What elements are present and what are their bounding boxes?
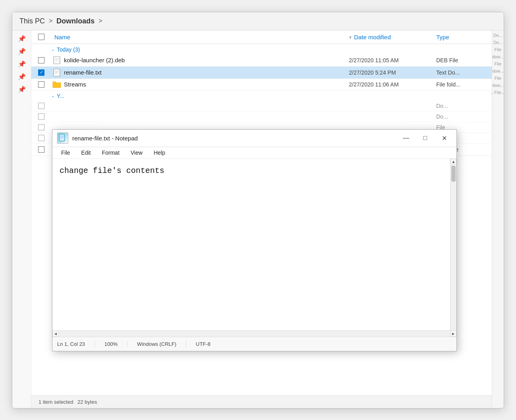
right-col-label-9: ↓ File...: [490, 89, 504, 96]
header-type[interactable]: Type: [436, 34, 492, 40]
notepad-window: rename-file.txt - Notepad — □ ✕ File Edi…: [52, 129, 457, 351]
file-type-2: Text Do...: [436, 69, 492, 76]
pin-icon-4[interactable]: 📌: [17, 73, 26, 81]
table-row[interactable]: ✓ rename-file.txt 2/27/2020 5:24 PM: [31, 67, 492, 79]
menu-help[interactable]: Help: [148, 148, 171, 157]
row-2-checkbox[interactable]: ✓: [38, 69, 44, 76]
right-col-label-8: dow...: [491, 82, 504, 88]
svg-rect-4: [54, 69, 60, 76]
right-col-label-7: File: [494, 75, 503, 81]
right-column: Do... Do... File dow... File dow... File…: [492, 31, 504, 408]
row-1-checkbox[interactable]: [38, 57, 44, 63]
row-checkbox-col: [31, 57, 51, 63]
main-window: This PC > Downloads > 📌 📌 📌 📌 📌: [12, 12, 504, 408]
row-last1-checkbox[interactable]: [38, 146, 44, 153]
file-type-3: File fold...: [436, 81, 492, 88]
row-5-checkbox[interactable]: [38, 113, 44, 120]
group-label-y: Y...: [57, 93, 64, 99]
file-type-4: Do...: [436, 103, 492, 109]
row-7-checkbox[interactable]: [38, 135, 44, 141]
sidebar: 📌 📌 📌 📌 📌: [12, 31, 31, 408]
right-col-label-4: dow...: [491, 54, 504, 60]
group-today[interactable]: ⌄ Today (3): [31, 44, 492, 54]
sort-arrow-date: ∨: [349, 35, 352, 39]
pin-icon-1[interactable]: 📌: [17, 35, 26, 43]
table-row[interactable]: kolide-launcher (2).deb 2/27/2020 11:05 …: [31, 54, 492, 67]
breadcrumb-downloads[interactable]: Downloads: [56, 17, 94, 25]
file-name-1[interactable]: kolide-launcher (2).deb: [62, 57, 349, 63]
menu-view[interactable]: View: [125, 148, 148, 157]
row-checkbox-col-3: [31, 81, 51, 88]
file-type-5: Do...: [436, 113, 492, 120]
table-row[interactable]: Streams 2/27/2020 11:06 AM File fold...: [31, 79, 492, 90]
row-6-checkbox[interactable]: [38, 124, 44, 130]
menu-file[interactable]: File: [56, 148, 76, 157]
breadcrumb-this-pc[interactable]: This PC: [19, 17, 45, 25]
group-arrow-today: ⌄: [51, 47, 54, 52]
notepad-zoom: 100%: [104, 341, 127, 347]
notepad-menubar: File Edit Format View Help: [52, 147, 456, 159]
group-arrow-y: ⌄: [51, 94, 54, 98]
scroll-track-h: [59, 331, 450, 337]
svg-rect-13: [60, 135, 64, 140]
file-name-3[interactable]: Streams: [62, 81, 349, 88]
svg-rect-0: [54, 57, 60, 64]
notepad-minimize-button[interactable]: —: [399, 132, 414, 144]
notepad-statusbar: Ln 1, Col 23 100% Windows (CRLF) UTF-8: [52, 337, 456, 351]
menu-edit[interactable]: Edit: [76, 148, 96, 157]
status-bar: 1 item selected 22 bytes: [31, 395, 492, 408]
notepad-close-button[interactable]: ✕: [437, 132, 452, 144]
file-date-3: 2/27/2020 11:06 AM: [349, 81, 436, 88]
row-3-checkbox[interactable]: [38, 81, 44, 88]
notepad-content: change file's contents ▲: [52, 159, 456, 330]
menu-format[interactable]: Format: [96, 148, 125, 157]
notepad-position: Ln 1, Col 23: [57, 341, 95, 347]
status-text: 1 item selected 22 bytes: [39, 399, 97, 405]
notepad-encoding: UTF-8: [196, 341, 220, 347]
notepad-maximize-button[interactable]: □: [418, 132, 433, 144]
right-col-label-6: dow...: [491, 68, 504, 74]
folder-icon: [51, 81, 62, 88]
pin-icon-3[interactable]: 📌: [17, 60, 26, 69]
notepad-titlebar: rename-file.txt - Notepad — □ ✕: [52, 130, 456, 147]
header-name[interactable]: Name: [51, 34, 349, 40]
notepad-title: rename-file.txt - Notepad: [72, 135, 395, 142]
table-row[interactable]: Do...: [31, 111, 492, 122]
pin-icon-2[interactable]: 📌: [17, 47, 26, 56]
file-icon-txt: [51, 69, 62, 77]
right-col-label-5: File: [494, 61, 503, 67]
breadcrumb-sep-2: >: [98, 17, 102, 25]
file-name-2[interactable]: rename-file.txt: [62, 69, 349, 76]
header-date[interactable]: ∨ Date modified: [349, 34, 436, 40]
notepad-scrollbar-horizontal[interactable]: ◄ ►: [52, 330, 456, 337]
right-col-label-2: Do...: [493, 39, 503, 46]
right-col-label-1: Do...: [493, 32, 503, 38]
group-yesterday[interactable]: ⌄ Y...: [31, 90, 492, 101]
notepad-line-ending: Windows (CRLF): [137, 341, 186, 347]
scroll-right-arrow[interactable]: ►: [450, 330, 456, 337]
breadcrumb-sep-1: >: [49, 17, 52, 25]
scroll-left-arrow[interactable]: ◄: [52, 330, 59, 337]
header-checkbox-col: [31, 34, 51, 40]
select-all-checkbox[interactable]: [38, 34, 44, 40]
row-4-checkbox[interactable]: [38, 103, 44, 109]
notepad-app-icon: [57, 132, 68, 144]
table-row[interactable]: Do...: [31, 101, 492, 111]
notepad-scrollbar-vertical[interactable]: ▲: [450, 159, 456, 330]
file-date-2: 2/27/2020 5:24 PM: [349, 69, 436, 76]
file-icon-deb: [51, 56, 62, 64]
right-col-label-3: File: [494, 46, 503, 53]
file-date-1: 2/27/2020 11:05 AM: [349, 57, 436, 63]
notepad-textarea[interactable]: change file's contents: [52, 159, 450, 330]
scroll-thumb[interactable]: [451, 166, 456, 182]
scroll-up-arrow[interactable]: ▲: [451, 159, 456, 165]
file-type-1: DEB File: [436, 57, 492, 63]
breadcrumb: This PC > Downloads >: [12, 12, 504, 31]
group-label-today: Today (3): [57, 46, 80, 53]
table-header: Name ∨ Date modified Type: [31, 31, 492, 44]
pin-icon-5[interactable]: 📌: [17, 85, 26, 94]
row-checkbox-col-2: ✓: [31, 69, 51, 76]
